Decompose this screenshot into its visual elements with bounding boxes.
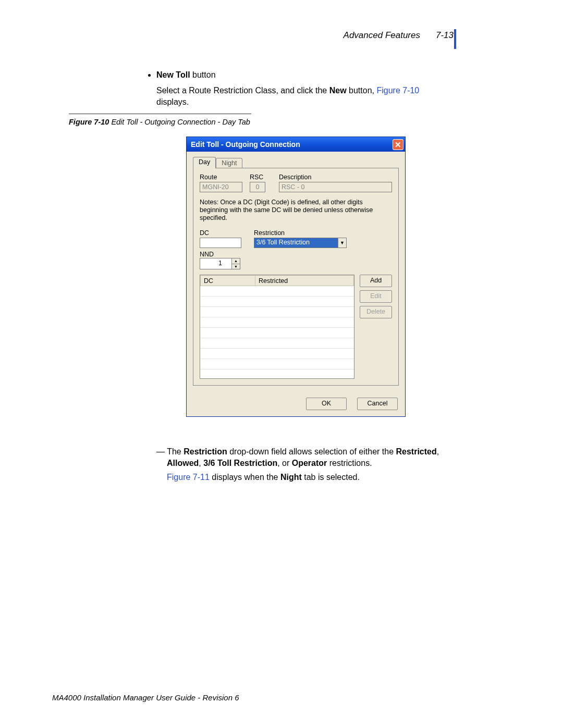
label-dc: DC: [200, 229, 241, 237]
txt-a3: ,: [437, 447, 439, 456]
dialog-footer: OK Cancel: [187, 392, 405, 416]
col-header-dc[interactable]: DC: [201, 276, 255, 286]
tab-panel-day: Route RSC Description Notes: Once a DC (…: [193, 168, 399, 386]
table-row: [201, 359, 354, 369]
restriction-selected: 3/6 Toll Restriction: [254, 238, 338, 248]
dc-list-table[interactable]: DC Restricted: [200, 275, 354, 379]
dash-char: —: [156, 447, 165, 456]
figure-caption-desc: Edit Toll - Outgoing Connection - Day Ta…: [109, 118, 250, 126]
p2-a: displays when the: [210, 473, 280, 482]
nnd-value: 1: [200, 258, 231, 269]
p2-c: tab is selected.: [302, 473, 360, 482]
edit-button[interactable]: Edit: [360, 290, 392, 303]
nnd-spinner[interactable]: 1 ▲ ▼: [200, 258, 240, 269]
table-row: [201, 349, 354, 359]
restriction-description: — The Restriction drop-down field allows…: [156, 446, 448, 468]
table-row: [201, 338, 354, 349]
lower-paragraph-block: — The Restriction drop-down field allows…: [156, 446, 448, 483]
bullet-bold: New Toll: [156, 70, 190, 79]
table-row: [201, 328, 354, 338]
para1-bold: New: [329, 86, 347, 95]
close-button[interactable]: ✕: [393, 139, 403, 150]
tab-day[interactable]: Day: [193, 157, 216, 168]
spinner-buttons[interactable]: ▲ ▼: [231, 258, 240, 269]
description-field: [279, 182, 392, 192]
txt-b5: Operator: [292, 459, 327, 467]
header-page-number: 7-13: [436, 30, 454, 41]
txt-b3: Allowed: [167, 459, 199, 467]
txt-a4: ,: [199, 459, 203, 467]
restriction-dropdown[interactable]: 3/6 Toll Restriction ▼: [254, 238, 347, 248]
label-description: Description: [279, 174, 312, 181]
edit-toll-dialog: Edit Toll - Outgoing Connection ✕ Day Ni…: [186, 137, 406, 417]
delete-button[interactable]: Delete: [360, 306, 392, 318]
ok-button[interactable]: OK: [306, 398, 347, 410]
txt-b4: 3/6 Toll Restriction: [203, 459, 277, 467]
txt-a2: drop-down field allows selection of eith…: [227, 447, 396, 456]
label-nnd: NND: [200, 251, 214, 258]
txt-a5: , or: [277, 459, 292, 467]
figure-7-11-link[interactable]: Figure 7-11: [167, 473, 210, 482]
spinner-up-icon[interactable]: ▲: [232, 258, 240, 264]
bullet-rest: button: [190, 70, 216, 79]
header-rule: [454, 29, 456, 49]
label-restriction: Restriction: [254, 229, 347, 237]
night-tab-note: Figure 7-11 displays when the Night tab …: [156, 472, 448, 483]
table-row: [201, 317, 354, 328]
txt-a6: restrictions.: [327, 459, 372, 467]
txt-a1: The: [165, 447, 183, 456]
close-icon: ✕: [395, 141, 401, 149]
txt-b2: Restricted: [396, 447, 436, 456]
figure-7-10-link[interactable]: Figure 7-10: [376, 86, 419, 95]
route-field: [200, 182, 242, 192]
para1-c: displays.: [156, 97, 189, 106]
title-bar[interactable]: Edit Toll - Outgoing Connection ✕: [187, 137, 405, 152]
dialog-body: Day Night Route RSC Description Notes: O…: [187, 152, 405, 392]
chevron-down-icon[interactable]: ▼: [338, 238, 346, 248]
dialog-title: Edit Toll - Outgoing Connection: [191, 140, 300, 149]
header-section-title: Advanced Features: [344, 30, 420, 41]
spinner-down-icon[interactable]: ▼: [232, 264, 240, 269]
rsc-field: [250, 182, 265, 192]
add-button[interactable]: Add: [360, 275, 392, 287]
content-block: New Toll button Select a Route Restricti…: [145, 70, 452, 113]
footer-guide-title: MA4000 Installation Manager User Guide -…: [52, 693, 239, 702]
para1-b: button,: [347, 86, 377, 95]
label-route: Route: [200, 174, 250, 181]
label-rsc: RSC: [250, 174, 279, 181]
col-header-restricted[interactable]: Restricted: [255, 276, 354, 286]
cancel-button[interactable]: Cancel: [357, 398, 398, 410]
page-body: Advanced Features 7-13 New Toll button S…: [0, 0, 563, 728]
table-row: [201, 297, 354, 307]
figure-caption: Figure 7-10 Edit Toll - Outgoing Connect…: [69, 114, 251, 127]
page-header: Advanced Features 7-13: [344, 30, 454, 41]
txt-b1: Restriction: [183, 447, 227, 456]
bullet-new-toll: New Toll button: [156, 70, 452, 80]
figure-caption-label: Figure 7-10: [69, 118, 109, 126]
table-row: [201, 286, 354, 297]
p2-b: Night: [280, 473, 302, 482]
para1-a: Select a Route Restriction Class, and cl…: [156, 86, 329, 95]
dc-input[interactable]: [200, 238, 241, 248]
paragraph-1: Select a Route Restriction Class, and cl…: [156, 85, 452, 107]
notes-text: Notes: Once a DC (Digit Code) is defined…: [200, 199, 392, 222]
tab-row: Day Night: [193, 157, 399, 168]
table-row: [201, 307, 354, 317]
